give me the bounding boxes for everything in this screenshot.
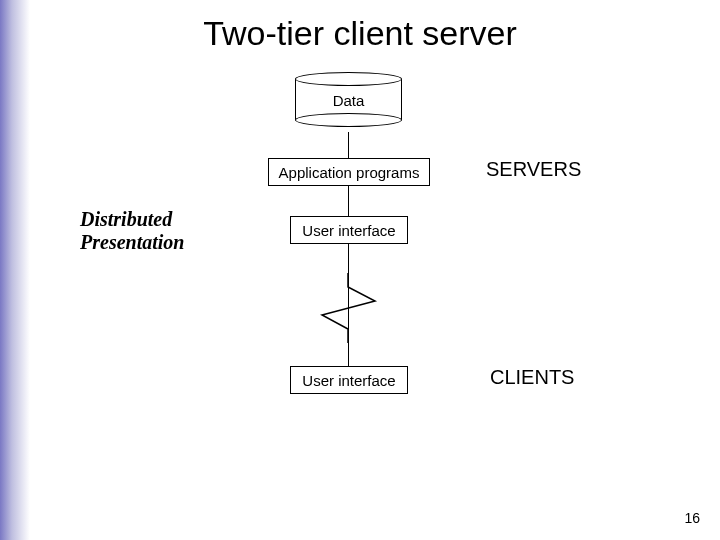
diagram-stage: Two-tier client server Data Application … xyxy=(0,0,720,540)
data-label: Data xyxy=(295,92,402,109)
distributed-line1: Distributed xyxy=(80,208,172,230)
data-cylinder: Data xyxy=(295,72,402,128)
application-programs-label: Application programs xyxy=(279,164,420,181)
user-interface-top-box: User interface xyxy=(290,216,408,244)
user-interface-top-label: User interface xyxy=(302,222,395,239)
clients-label: CLIENTS xyxy=(490,366,574,389)
cylinder-bottom-ellipse xyxy=(295,113,402,127)
network-break-icon xyxy=(320,273,390,343)
user-interface-bottom-label: User interface xyxy=(302,372,395,389)
cylinder-top-ellipse xyxy=(295,72,402,86)
connector-data-to-app xyxy=(348,132,349,158)
connector-app-to-ui1 xyxy=(348,186,349,216)
distributed-line2: Presentation xyxy=(80,231,184,253)
page-number: 16 xyxy=(684,510,700,526)
application-programs-box: Application programs xyxy=(268,158,430,186)
user-interface-bottom-box: User interface xyxy=(290,366,408,394)
distributed-presentation-label: Distributed Presentation xyxy=(80,208,184,254)
servers-label: SERVERS xyxy=(486,158,581,181)
page-title: Two-tier client server xyxy=(0,14,720,53)
